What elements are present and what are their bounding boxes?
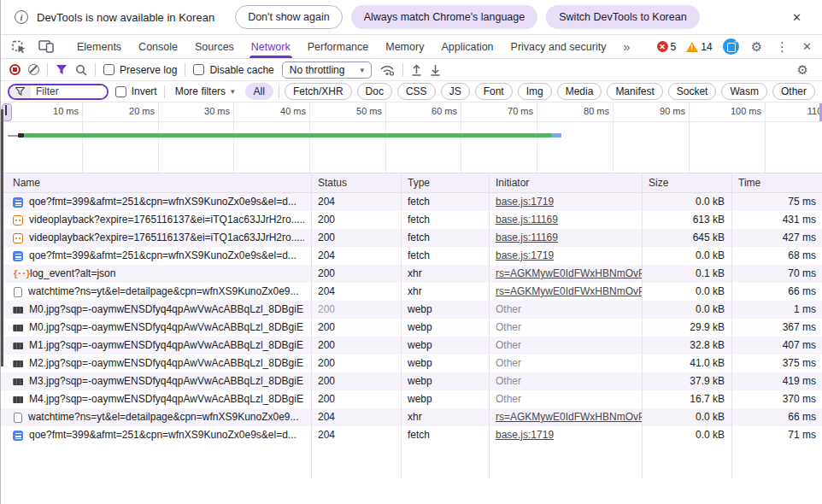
record-network-log-button[interactable]: [9, 64, 21, 75]
clear-network-log-icon[interactable]: [28, 64, 39, 75]
checkbox-box: [115, 86, 126, 97]
request-row[interactable]: watchtime?ns=yt&el=detailpage&cpn=wfnXS9…: [1, 408, 822, 426]
initiator-other: Other: [496, 393, 521, 405]
tab-sources[interactable]: Sources: [186, 35, 243, 58]
close-devtools-icon[interactable]: ✕: [797, 40, 817, 53]
error-count-badge[interactable]: ✕ 5: [654, 41, 680, 53]
media-icon: [13, 215, 23, 226]
initiator-link[interactable]: rs=AGKMywE0IdFWxHBNmOvP: [496, 411, 642, 423]
tab-elements[interactable]: Elements: [68, 35, 130, 58]
request-row[interactable]: {··}log_event?alt=json 200 xhr rs=AGKMyw…: [1, 265, 822, 283]
initiator-other: Other: [496, 303, 521, 315]
initiator-link[interactable]: rs=AGKMywE0IdFWxHBNmOvP: [496, 267, 642, 279]
disable-cache-checkbox[interactable]: Disable cache: [193, 64, 273, 76]
chip-doc[interactable]: Doc: [357, 83, 392, 100]
inspect-element-icon[interactable]: [6, 35, 32, 58]
banner-close-icon[interactable]: ✕: [785, 8, 808, 27]
request-row[interactable]: qoe?fmt=399&afmt=251&cpn=wfnXS9KunoZx0e9…: [1, 193, 822, 211]
column-header-type[interactable]: Type: [401, 173, 489, 192]
banner-message: DevTools is now available in Korean: [37, 11, 214, 24]
column-header-initiator[interactable]: Initiator: [489, 173, 642, 192]
kebab-menu-icon[interactable]: ⋮: [771, 39, 794, 55]
toolbar-divider: [164, 85, 165, 98]
request-row[interactable]: M1.jpg?sqp=-oaymwENSDfyq4qpAwVwAcABBqLzl…: [1, 337, 822, 355]
tab-memory[interactable]: Memory: [377, 35, 432, 58]
more-filters-dropdown[interactable]: More filters ▾: [172, 85, 238, 97]
chip-socket[interactable]: Socket: [668, 83, 717, 100]
activity-bar-network: [24, 133, 552, 138]
device-mode-promo-icon[interactable]: [723, 38, 739, 55]
initiator-link[interactable]: base.js:1719: [496, 196, 554, 208]
settings-gear-icon[interactable]: ⚙: [746, 39, 767, 55]
chip-css[interactable]: CSS: [397, 83, 436, 100]
network-overview-timeline[interactable]: 10 ms 20 ms 30 ms 40 ms 50 ms 60 ms 70 m…: [1, 103, 822, 173]
resource-type-chips: All Fetch/XHR Doc CSS JS Font Img Media …: [245, 83, 815, 100]
devtools-tabbar: Elements Console Sources Network Perform…: [1, 35, 822, 59]
tab-network[interactable]: Network: [243, 35, 299, 58]
chip-img[interactable]: Img: [518, 83, 552, 100]
disable-cache-label: Disable cache: [209, 64, 273, 76]
network-settings-gear-icon[interactable]: ⚙: [792, 62, 813, 78]
filter-funnel-icon[interactable]: [56, 64, 68, 75]
tab-privacy-security[interactable]: Privacy and security: [502, 35, 615, 58]
initiator-link[interactable]: base.js:11169: [496, 231, 558, 243]
toolbar-divider: [185, 63, 185, 76]
switch-to-korean-button[interactable]: Switch DevTools to Korean: [546, 5, 699, 29]
throttling-select[interactable]: No throttling ▾: [282, 62, 372, 79]
chip-media[interactable]: Media: [557, 83, 602, 100]
chip-fetch-xhr[interactable]: Fetch/XHR: [285, 83, 352, 100]
column-header-name[interactable]: Name: [1, 173, 311, 192]
request-row[interactable]: videoplayback?expire=1765116137&ei=iTQ1a…: [1, 211, 822, 229]
request-row[interactable]: M4.jpg?sqp=-oaymwENSDfyq4qpAwVwAcABBqLzl…: [1, 390, 822, 408]
table-rows: qoe?fmt=399&afmt=251&cpn=wfnXS9KunoZx0e9…: [1, 193, 822, 444]
tab-performance[interactable]: Performance: [299, 35, 378, 58]
chip-wasm[interactable]: Wasm: [721, 83, 767, 100]
toolbar-divider: [402, 63, 403, 76]
throttling-value: No throttling: [290, 64, 345, 76]
request-row[interactable]: watchtime?ns=yt&el=detailpage&cpn=wfnXS9…: [1, 283, 822, 301]
tab-console[interactable]: Console: [130, 35, 186, 58]
initiator-other: Other: [496, 375, 521, 387]
initiator-link[interactable]: base.js:1719: [496, 429, 554, 441]
request-row[interactable]: qoe?fmt=399&afmt=251&cpn=wfnXS9KunoZx0e9…: [1, 247, 822, 265]
dont-show-again-button[interactable]: Don't show again: [235, 5, 343, 29]
notification-banner: i DevTools is now available in Korean Do…: [1, 0, 822, 35]
activity-bar-loading: [552, 133, 561, 138]
initiator-other: Other: [496, 339, 521, 351]
preserve-log-checkbox[interactable]: Preserve log: [103, 64, 177, 76]
checkbox-box: [103, 64, 114, 75]
import-har-icon[interactable]: [411, 64, 422, 76]
column-header-status[interactable]: Status: [311, 173, 401, 192]
chip-js[interactable]: JS: [441, 83, 470, 100]
image-thumbnail-icon: [13, 343, 23, 349]
request-row[interactable]: M0.jpg?sqp=-oaymwENSDfyq4qpAwVwAcABBqLzl…: [1, 319, 822, 337]
chip-manifest[interactable]: Manifest: [607, 83, 662, 100]
request-row[interactable]: M2.jpg?sqp=-oaymwENSDfyq4qpAwVwAcABBqLzl…: [1, 355, 822, 372]
column-header-size[interactable]: Size: [642, 173, 731, 192]
request-row[interactable]: M0.jpg?sqp=-oaymwENSDfyq4qpAwVwAcABBqLzl…: [1, 301, 822, 319]
warning-count-badge[interactable]: 14: [683, 41, 715, 53]
device-toolbar-icon[interactable]: [32, 35, 60, 58]
search-icon[interactable]: [75, 64, 87, 76]
dock-resize-handle[interactable]: [1, 109, 3, 366]
request-row[interactable]: qoe?fmt=399&afmt=251&cpn=wfnXS9KunoZx0e9…: [1, 426, 822, 444]
match-language-button[interactable]: Always match Chrome's language: [351, 5, 538, 29]
chip-font[interactable]: Font: [475, 83, 513, 100]
initiator-link[interactable]: base.js:1719: [496, 249, 554, 261]
filter-input[interactable]: [31, 85, 107, 98]
initiator-link[interactable]: base.js:11169: [496, 214, 558, 226]
request-row[interactable]: M3.jpg?sqp=-oaymwENSDfyq4qpAwVwAcABBqLzl…: [1, 372, 822, 390]
export-har-icon[interactable]: [430, 64, 441, 76]
network-conditions-icon[interactable]: [379, 64, 395, 76]
chip-other[interactable]: Other: [772, 83, 815, 100]
chip-divider: [279, 85, 279, 98]
tab-application[interactable]: Application: [432, 35, 502, 58]
toolbar-divider: [95, 63, 96, 76]
filter-funnel-small-icon: [9, 85, 31, 98]
column-header-time[interactable]: Time: [731, 173, 822, 192]
initiator-link[interactable]: rs=AGKMywE0IdFWxHBNmOvP: [496, 285, 642, 297]
more-tabs-icon[interactable]: »: [614, 35, 638, 58]
request-row[interactable]: videoplayback?expire=1765116137&ei=iTQ1a…: [1, 229, 822, 247]
invert-checkbox[interactable]: Invert: [115, 85, 157, 97]
chip-all[interactable]: All: [245, 83, 273, 100]
